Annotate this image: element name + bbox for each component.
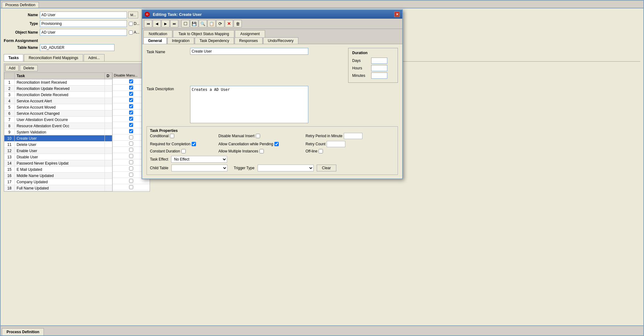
table-row[interactable]: 4 Service Account Alert [4, 98, 112, 104]
table-row[interactable]: 12 Enable User [4, 148, 112, 154]
task-description-textarea[interactable]: Creates a AD User [190, 86, 308, 123]
object-name-input[interactable] [40, 29, 127, 36]
tab-undo-recovery[interactable]: Undo/Recovery [263, 37, 298, 44]
type-checkbox[interactable] [129, 22, 133, 26]
task-name-input[interactable] [190, 48, 308, 55]
disable-manual-row-checkbox[interactable] [129, 148, 133, 152]
name-input[interactable] [40, 12, 127, 18]
row-d [105, 79, 112, 86]
allow-cancellation-checkbox[interactable] [274, 142, 279, 146]
row-d [105, 123, 112, 129]
tab-responses[interactable]: Responses [235, 37, 263, 44]
tab-general[interactable]: General [143, 37, 167, 44]
table-row[interactable]: 11 Delete User [4, 142, 112, 148]
disable-manual-row-checkbox[interactable] [129, 123, 133, 127]
minutes-input[interactable] [371, 72, 387, 79]
allow-multiple-col: Allow Multiple Instances [218, 149, 306, 153]
offline-checkbox[interactable] [319, 149, 323, 153]
add-button[interactable]: Add [5, 65, 19, 71]
disable-manual-row-checkbox[interactable] [129, 166, 133, 170]
row-d [105, 92, 112, 98]
type-input[interactable] [40, 20, 127, 27]
table-row[interactable]: 1 Reconciliation Insert Received [4, 79, 112, 86]
row-d [105, 154, 112, 160]
retry-period-input[interactable] [344, 133, 362, 139]
new-doc-btn[interactable]: ☐ [181, 20, 189, 27]
tab-assignment[interactable]: Assignment [235, 30, 265, 37]
conditional-checkbox[interactable] [170, 134, 174, 138]
table-row[interactable]: 9 System Validation [4, 129, 112, 135]
first-btn[interactable]: ⏮ [144, 20, 152, 27]
modal-close-button[interactable]: ✕ [394, 12, 400, 17]
disable-manual-row-checkbox[interactable] [129, 142, 133, 146]
disable-manual-row-checkbox[interactable] [129, 135, 133, 139]
minutes-label: Minutes [352, 73, 369, 78]
disable-manual-row-checkbox[interactable] [129, 185, 133, 189]
disable-manual-row-checkbox[interactable] [129, 86, 133, 90]
table-row[interactable]: 2 Reconciliation Update Received [4, 86, 112, 92]
row-num: 17 [4, 179, 15, 185]
tab-notification[interactable]: Notification [143, 30, 172, 37]
disable-manual-row-checkbox[interactable] [129, 173, 133, 177]
table-row[interactable]: 16 Middle Name Updated [4, 173, 112, 179]
process-definition-tab[interactable]: Process Definition [2, 2, 39, 8]
trash-btn[interactable]: 🗑 [234, 20, 242, 27]
table-row[interactable]: 8 Resource Attestation Event Occ [4, 123, 112, 129]
prev-btn[interactable]: ◀ [153, 20, 161, 27]
last-btn[interactable]: ⏭ [170, 20, 178, 27]
tab-task-dependency[interactable]: Task Dependency [195, 37, 234, 44]
tab-reconciliation[interactable]: Reconciliation Field Mappings [24, 54, 83, 61]
constant-duration-checkbox[interactable] [181, 149, 186, 153]
disable-manual-row-checkbox[interactable] [129, 98, 133, 102]
disable-manual-row-checkbox[interactable] [129, 104, 133, 108]
tab-integration[interactable]: Integration [167, 37, 194, 44]
retry-count-input[interactable] [327, 141, 345, 147]
disable-manual-row-checkbox[interactable] [129, 129, 133, 133]
object-name-checkbox[interactable] [129, 30, 133, 35]
modal-titlebar-left: O Editing Task: Create User [145, 12, 202, 17]
bottom-tab-process-definition[interactable]: Process Definition [2, 328, 44, 335]
name-btn[interactable]: M... [128, 12, 138, 18]
task-properties-box: Task Properties Conditional Disable Manu… [147, 126, 398, 175]
tab-admin[interactable]: Admi... [84, 54, 105, 61]
disable-manual-row-checkbox[interactable] [129, 179, 133, 183]
row-task: Resource Attestation Event Occ [15, 123, 105, 129]
days-input[interactable] [371, 58, 387, 64]
row-num: 9 [4, 129, 15, 135]
tab-tasks[interactable]: Tasks [4, 54, 23, 61]
trigger-type-select[interactable] [258, 165, 314, 171]
delete-button[interactable]: Delete [20, 65, 38, 71]
table-row[interactable]: 14 Password Never Expires Updat [4, 160, 112, 166]
required-completion-checkbox[interactable] [192, 142, 196, 146]
save-btn[interactable]: 💾 [190, 20, 198, 27]
table-row[interactable]: 18 Full Name Updated [4, 185, 112, 191]
table-row[interactable]: 13 Disable User [4, 154, 112, 160]
find-btn[interactable]: 🔍 [199, 20, 207, 27]
next-btn[interactable]: ▶ [161, 20, 170, 27]
tab-task-object-status[interactable]: Task to Object Status Mapping [173, 30, 234, 37]
table-row[interactable]: 3 Reconciliation Delete Received [4, 92, 112, 98]
disable-manual-row-checkbox[interactable] [129, 110, 133, 114]
disable-manual-row-checkbox[interactable] [129, 117, 133, 121]
delete-red-btn[interactable]: ✕ [225, 20, 233, 27]
disable-manual-row-checkbox[interactable] [129, 160, 133, 164]
disable-manual-row-checkbox[interactable] [129, 92, 133, 96]
allow-multiple-checkbox[interactable] [259, 149, 264, 153]
row-task: Reconciliation Update Received [15, 86, 105, 92]
table-row[interactable]: 7 User Attestation Event Occurre [4, 117, 112, 123]
table-row[interactable]: 5 Service Account Moved [4, 104, 112, 110]
table-row[interactable]: 6 Service Account Changed [4, 110, 112, 117]
clear-button[interactable]: Clear [317, 165, 336, 171]
table-row[interactable]: 15 E Mail Updated [4, 166, 112, 173]
hours-input[interactable] [371, 65, 387, 71]
child-table-select[interactable] [171, 165, 227, 171]
disable-manual-row-checkbox[interactable] [129, 154, 133, 158]
task-effect-select[interactable]: No Effect [171, 156, 227, 163]
disable-manual-checkbox[interactable] [256, 134, 260, 138]
table-name-input[interactable] [40, 44, 114, 51]
disable-manual-row-checkbox[interactable] [129, 79, 133, 83]
table-row[interactable]: 17 Company Updated [4, 179, 112, 185]
refresh-btn[interactable]: ⟳ [216, 20, 224, 27]
table-row[interactable]: 10 Create User [4, 135, 112, 142]
copy-btn[interactable]: 📋 [208, 20, 216, 27]
